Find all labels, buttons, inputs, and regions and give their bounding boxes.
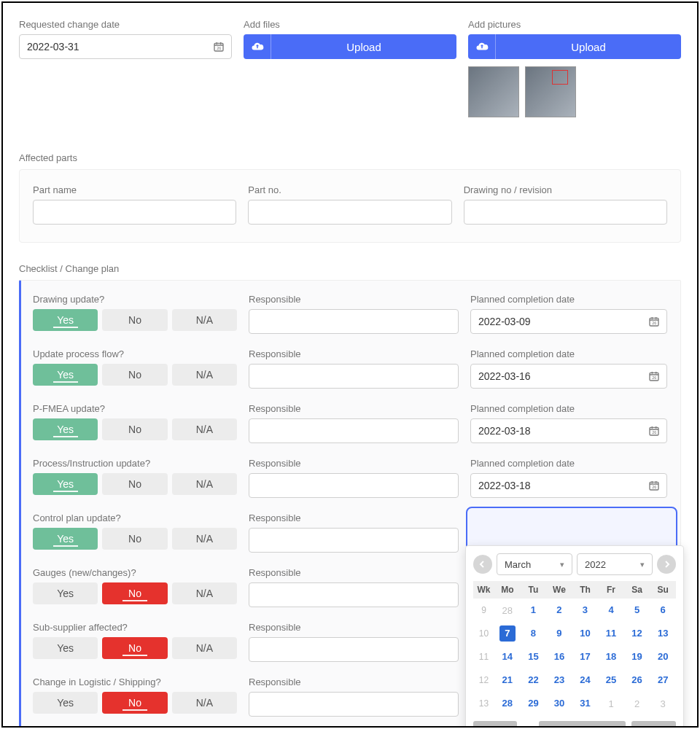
calendar-day[interactable]: 2 [546,599,572,622]
toggle-na[interactable]: N/A [172,528,237,550]
calendar-day[interactable]: 17 [572,645,599,668]
responsible-input[interactable] [249,418,459,443]
part-no-input[interactable] [248,200,451,225]
date-picker-popup: March ▾ 2022 ▾ WkMoTuWeThFrSaSu 92812345… [465,545,684,728]
calendar-day[interactable]: 25 [598,668,624,692]
responsible-input[interactable] [249,692,459,717]
toggle-yes[interactable]: Yes [33,418,98,440]
toggle-yes[interactable]: Yes [33,309,98,331]
planned-date-label: Planned completion date [470,403,667,414]
toggle-no[interactable]: No [102,528,167,550]
calendar-day[interactable]: 4 [598,599,624,622]
responsible-label: Responsible [249,567,459,578]
calendar-day[interactable]: 19 [624,645,650,668]
calendar-day[interactable]: 24 [572,668,599,692]
upload-files-button[interactable]: Upload [244,34,456,59]
calendar-day[interactable]: 11 [598,622,624,645]
picture-thumbnail[interactable] [468,66,519,117]
next-month-button[interactable] [657,555,676,574]
checklist-question: Update process flow? [33,348,237,359]
toggle-na[interactable]: N/A [172,418,237,440]
calendar-day[interactable]: 3 [572,599,599,622]
prev-month-button[interactable] [473,555,492,574]
planned-date-label: Planned completion date [470,512,667,523]
toggle-na[interactable]: N/A [172,582,237,604]
calendar-day[interactable]: 1 [521,599,547,622]
toggle-no[interactable]: No [102,692,167,714]
calendar-day[interactable]: 28 [494,692,521,715]
planned-date-input[interactable] [470,473,667,498]
week-number: 10 [473,622,494,645]
toggle-na[interactable]: N/A [172,473,237,495]
calendar-day[interactable]: 31 [572,692,599,715]
calendar-day[interactable]: 23 [546,668,572,692]
week-number: 9 [473,599,494,622]
calendar-day[interactable]: 14 [494,645,521,668]
calendar-day[interactable]: 30 [546,692,572,715]
toggle-yes[interactable]: Yes [33,473,98,495]
add-pictures-field: Add pictures Upload [468,19,681,117]
toggle-no[interactable]: No [102,582,167,604]
calendar-day[interactable]: 26 [624,668,650,692]
planned-date-input[interactable] [470,418,667,443]
planned-date-input[interactable] [470,364,667,389]
requested-change-date-label: Requested change date [19,19,232,30]
picture-thumbnail[interactable] [525,66,576,117]
calendar-grid: WkMoTuWeThFrSaSu 92812345610789101112131… [473,581,676,715]
responsible-label: Responsible [249,294,459,305]
calendar-day[interactable]: 9 [546,622,572,645]
requested-change-date-input[interactable] [19,34,232,59]
toggle-no[interactable]: No [102,309,167,331]
toggle-yes[interactable]: Yes [33,692,98,714]
year-select[interactable]: 2022 ▾ [577,553,653,575]
upload-pictures-button[interactable]: Upload [468,34,681,59]
calendar-day[interactable]: 13 [650,622,676,645]
toggle-na[interactable]: N/A [172,309,237,331]
month-select[interactable]: March ▾ [497,553,572,575]
week-number: 13 [473,692,494,715]
responsible-input[interactable] [249,473,459,498]
calendar-day[interactable]: 16 [546,645,572,668]
calendar-day[interactable]: 20 [650,645,676,668]
calendar-day[interactable]: 21 [494,668,521,692]
toggle-yes[interactable]: Yes [33,637,98,659]
calendar-day[interactable]: 15 [521,645,547,668]
responsible-input[interactable] [249,528,459,553]
responsible-input[interactable] [249,582,459,607]
part-name-input[interactable] [33,200,236,225]
toggle-yes[interactable]: Yes [33,582,98,604]
toggle-no[interactable]: No [102,364,167,386]
toggle-na[interactable]: N/A [172,692,237,714]
calendar-day[interactable]: 5 [624,599,650,622]
toggle-yes[interactable]: Yes [33,528,98,550]
toggle-na[interactable]: N/A [172,364,237,386]
responsible-input[interactable] [249,309,459,334]
checklist-question: Gauges (new/changes)? [33,567,237,578]
toggle-na[interactable]: N/A [172,637,237,659]
add-pictures-label: Add pictures [468,19,681,30]
responsible-label: Responsible [249,512,459,523]
checklist-question: Drawing update? [33,294,237,305]
affected-parts-section-label: Affected parts [19,152,681,163]
responsible-label: Responsible [249,622,459,633]
toggle-yes[interactable]: Yes [33,364,98,386]
calendar-day[interactable]: 12 [624,622,650,645]
planned-date-label: Planned completion date [470,458,667,469]
toggle-no[interactable]: No [102,473,167,495]
add-files-label: Add files [244,19,456,30]
responsible-label: Responsible [249,458,459,469]
toggle-no[interactable]: No [102,418,167,440]
toggle-no[interactable]: No [102,637,167,659]
responsible-input[interactable] [249,364,459,389]
calendar-day[interactable]: 22 [521,668,547,692]
calendar-day[interactable]: 10 [572,622,599,645]
calendar-day[interactable]: 7 [494,622,521,645]
calendar-day[interactable]: 29 [521,692,547,715]
responsible-input[interactable] [249,637,459,662]
drawing-no-input[interactable] [464,200,667,225]
calendar-day[interactable]: 18 [598,645,624,668]
calendar-day[interactable]: 8 [521,622,547,645]
calendar-day[interactable]: 27 [650,668,676,692]
calendar-day[interactable]: 6 [650,599,676,622]
planned-date-input[interactable] [470,309,667,334]
